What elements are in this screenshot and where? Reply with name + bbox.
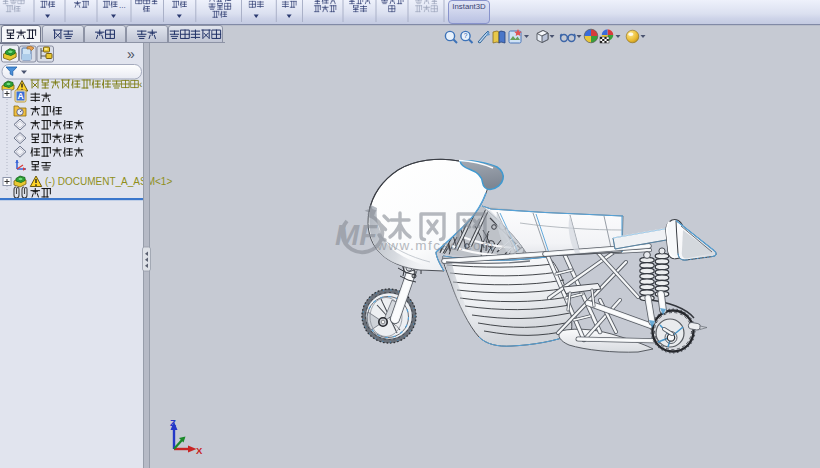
svg-text:(-) DOCUMENT_A_ASM<1>: (-) DOCUMENT_A_ASM<1> — [45, 176, 172, 187]
svg-text:X: X — [196, 445, 203, 456]
svg-text:www.mfcad.com: www.mfcad.com — [376, 238, 495, 253]
svg-text:A: A — [17, 91, 23, 101]
svg-text:»: » — [127, 46, 135, 62]
svg-text:Z: Z — [170, 417, 176, 428]
svg-text:MF: MF — [335, 219, 378, 251]
svg-text:...: ... — [119, 1, 126, 10]
svg-text:Instant3D: Instant3D — [452, 2, 486, 11]
svg-text:?: ? — [464, 32, 468, 39]
svg-text:‹: ‹ — [139, 79, 142, 90]
